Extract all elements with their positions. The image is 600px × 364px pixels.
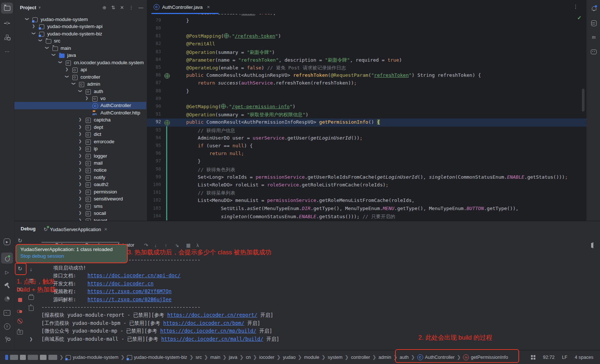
tree-item-tenant[interactable]: ❯tenant	[14, 217, 146, 221]
caret-position[interactable]: 92:72	[543, 355, 555, 360]
line-number[interactable]: 88	[147, 88, 161, 93]
lambda-trace-icon[interactable]: λ	[196, 243, 199, 248]
breadcrumb-item-yudao-module-system-biz[interactable]: yudao-module-system-biz	[127, 355, 187, 360]
code-line-103[interactable]: 103 SetUtils.asSet(MenuTypeEnum.DIR.getT…	[147, 205, 586, 213]
chevron-right-icon[interactable]: ❯	[78, 125, 82, 129]
database-tool-button[interactable]	[589, 18, 599, 28]
chevron-down-icon[interactable]: ❯	[65, 75, 69, 78]
mute-breakpoints-button[interactable]	[15, 307, 25, 316]
step-down-icon[interactable]: ↓	[26, 264, 36, 274]
code-line-93[interactable]: 93 // 获得用户信息	[147, 127, 586, 134]
debug-session-tab[interactable]: ↻ YudaoServerApplication ✕	[44, 224, 107, 234]
tree-item-mail[interactable]: ❯mail	[14, 159, 146, 167]
line-number[interactable]: 82	[147, 41, 161, 46]
debug-panel-title[interactable]: Debug	[21, 226, 35, 231]
code-line-100[interactable]: 100 List<RoleDO> roleList = roleService.…	[147, 181, 586, 189]
line-number[interactable]: 92	[147, 119, 161, 124]
console-link[interactable]: https://doc.iocoder.cn	[88, 281, 154, 286]
chevron-right-icon[interactable]: ❯	[78, 182, 82, 186]
structure-tool-button[interactable]	[1, 32, 13, 43]
chevron-down-icon[interactable]: ❯	[25, 17, 29, 21]
code-line-99[interactable]: 99 Set<Long> roleIds = permissionService…	[147, 174, 586, 181]
chevron-right-icon[interactable]: ❯	[78, 204, 82, 208]
chevron-down-icon[interactable]: ❯	[58, 60, 62, 64]
breadcrumb-item-yudao-module-system[interactable]: yudao-module-system	[66, 355, 119, 360]
code-line-85[interactable]: 85 @OperateLog(enable = false) // 避免 Pos…	[147, 64, 586, 72]
tree-item-dict[interactable]: ❯dict	[14, 131, 146, 138]
stop-debug-session-link[interactable]: Stop debug session	[20, 253, 123, 259]
code-line-94[interactable]: 94 AdminUserDO user = userService.getUse…	[147, 134, 586, 142]
chevron-right-icon[interactable]: ❯	[78, 154, 82, 158]
code-line-83[interactable]: 83 @Operation(summary = "刷新令牌")	[147, 48, 586, 56]
editor-area[interactable]: 78 return success(data: true);79 }8081 @…	[147, 0, 586, 221]
stop-button[interactable]	[15, 295, 25, 305]
debug-tool-button[interactable]	[1, 253, 13, 264]
code-line-84[interactable]: 84 @Parameter(name = "refreshToken", des…	[147, 56, 586, 64]
clear-console-button[interactable]	[26, 303, 36, 313]
run-to-cursor-icon[interactable]: ⇘	[175, 243, 179, 248]
maven-tool-button[interactable]: m	[589, 32, 599, 42]
code-line-87[interactable]: 87 return success(authService.refreshTok…	[147, 79, 586, 87]
line-number[interactable]: 98	[147, 166, 161, 172]
code-line-88[interactable]: 88 }	[147, 87, 586, 95]
breadcrumb-item-java[interactable]: java	[229, 355, 237, 360]
line-number[interactable]: 94	[147, 135, 161, 140]
line-number[interactable]: 93	[147, 127, 161, 133]
build-tool-button[interactable]	[1, 280, 13, 291]
chevron-right-icon[interactable]: ❯	[78, 175, 82, 179]
grid-icon[interactable]	[531, 355, 535, 360]
api-endpoint-gutter-icon[interactable]	[164, 120, 170, 126]
line-number[interactable]: 84	[147, 57, 161, 62]
tree-item-sms[interactable]: ❯sms	[14, 203, 146, 210]
indent-setting[interactable]: 4 spaces	[575, 355, 593, 360]
tree-item-oauth2[interactable]: ❯oauth2	[14, 181, 146, 188]
tree-item-authcontroller[interactable]: AuthController	[14, 102, 146, 109]
ai-assistant-button[interactable]	[589, 47, 599, 56]
chevron-down-icon[interactable]: ❯	[52, 53, 56, 57]
breadcrumb-item-controller[interactable]: controller	[351, 355, 370, 360]
chevron-right-icon[interactable]: ❯	[32, 24, 35, 28]
console-link[interactable]: https://doc.iocoder.cn/report/	[167, 312, 257, 318]
chevron-right-icon[interactable]: ❯	[78, 146, 82, 150]
line-number[interactable]: 99	[147, 174, 161, 179]
evaluate-expression-icon[interactable]: ▦	[186, 243, 191, 248]
tree-item-ip[interactable]: ❯ip	[14, 145, 146, 152]
step-over-icon[interactable]: ↷	[144, 243, 148, 248]
step-into-icon[interactable]: ↓	[154, 243, 157, 248]
code-line-82[interactable]: 82 @PermitAll	[147, 40, 586, 48]
line-number[interactable]: 96	[147, 151, 161, 156]
chevron-right-icon[interactable]: ❯	[78, 168, 82, 172]
code-line-89[interactable]: 89	[147, 95, 586, 103]
breadcrumb-item-cn[interactable]: cn	[246, 355, 251, 360]
line-number[interactable]: 83	[147, 49, 161, 54]
tree-item-main[interactable]: ❯main	[14, 45, 146, 52]
console-link[interactable]: https://doc.iocoder.cn/mp/build/	[160, 328, 256, 334]
chevron-right-icon[interactable]: ❯	[78, 132, 82, 136]
project-tool-button[interactable]	[1, 3, 13, 14]
debug-console[interactable]: ----------------------------------------…	[41, 254, 600, 350]
chevron-right-icon[interactable]: ❯	[78, 117, 82, 121]
tree-item-notice[interactable]: ❯notice	[14, 166, 146, 174]
console-link[interactable]: https://doc.iocoder.cn/api-doc/	[88, 272, 181, 278]
run-tool-button[interactable]: ▷	[1, 267, 13, 278]
http-mapping-globe-icon[interactable]	[224, 33, 229, 38]
line-number[interactable]: 102	[147, 198, 161, 203]
tree-item-src[interactable]: ❯src	[14, 37, 146, 45]
code-line-98[interactable]: 98 // 获得角色列表	[147, 166, 586, 174]
tree-item-authcontroller-http[interactable]: AuthController.http	[14, 109, 146, 117]
tree-item-admin[interactable]: ❯admin	[14, 80, 146, 88]
editor-options-icon[interactable]: ⋮	[573, 4, 578, 10]
chevron-down-icon[interactable]: ❯	[72, 82, 76, 86]
chevron-right-icon[interactable]: ❯	[78, 211, 82, 215]
console-link[interactable]: https://t.zsxq.com/02Yf6M7Qn	[88, 288, 172, 294]
line-number[interactable]: 86	[147, 72, 161, 78]
git-tool-button[interactable]	[1, 334, 13, 345]
breadcrumb-item-system[interactable]: system	[328, 355, 343, 360]
tree-item-auth[interactable]: ❯auth	[14, 88, 146, 95]
tree-item-vo[interactable]: ❯vo	[14, 95, 146, 102]
code-line-90[interactable]: 90 @GetMapping(∨"/get-permission-info")	[147, 103, 586, 111]
console-link[interactable]: https://doc.iocoder.cn/bpm/	[163, 320, 244, 326]
chevron-right-icon[interactable]: ❯	[78, 218, 82, 221]
more-tools-button[interactable]: ⋯	[1, 46, 13, 57]
chevron-right-icon[interactable]: ❯	[85, 96, 89, 100]
